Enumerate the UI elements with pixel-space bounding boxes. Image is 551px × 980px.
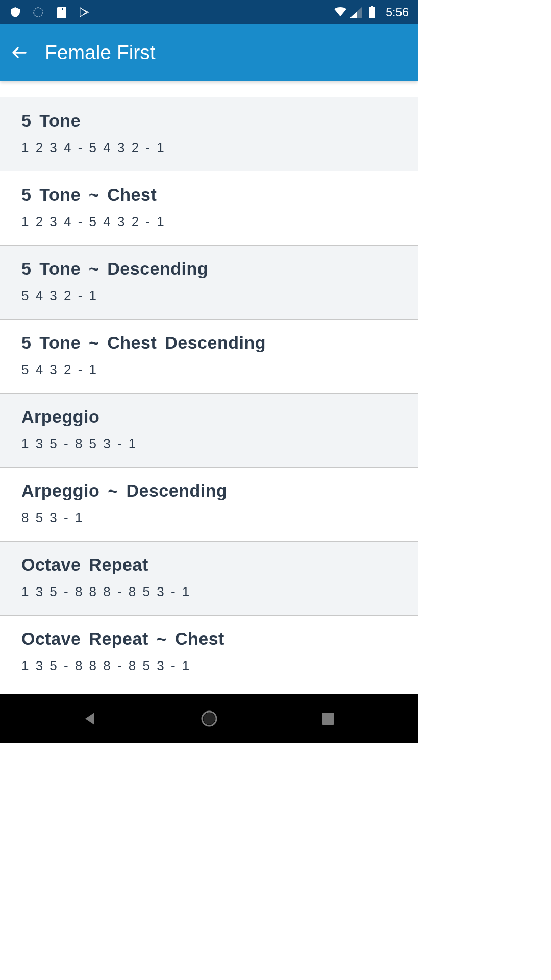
sync-icon bbox=[32, 6, 44, 18]
item-title: Octave Repeat bbox=[21, 555, 396, 575]
item-subtitle: 5 4 3 2 - 1 bbox=[21, 362, 396, 378]
signal-icon bbox=[350, 6, 362, 18]
item-title: Arpeggio ~ Descending bbox=[21, 481, 396, 501]
item-title: 5 Tone ~ Descending bbox=[21, 259, 396, 279]
svg-rect-2 bbox=[369, 7, 375, 18]
item-title: Octave Repeat ~ Chest bbox=[21, 629, 396, 649]
item-title: Arpeggio bbox=[21, 407, 396, 427]
exercise-list[interactable]: 5 Tone 1 2 3 4 - 5 4 3 2 - 1 5 Tone ~ Ch… bbox=[0, 81, 418, 694]
item-subtitle: 1 3 5 - 8 8 8 - 8 5 3 - 1 bbox=[21, 584, 396, 600]
app-bar: Female First bbox=[0, 24, 418, 81]
play-store-icon bbox=[78, 6, 90, 18]
nav-recent-button[interactable] bbox=[317, 707, 339, 730]
back-arrow-icon bbox=[10, 43, 29, 62]
battery-icon bbox=[366, 6, 378, 18]
item-subtitle: 5 4 3 2 - 1 bbox=[21, 288, 396, 304]
shield-icon bbox=[9, 6, 21, 18]
list-item[interactable]: Arpeggio ~ Descending 8 5 3 - 1 bbox=[0, 467, 418, 541]
item-title: 5 Tone ~ Chest Descending bbox=[21, 333, 396, 353]
page-title: Female First bbox=[45, 41, 156, 64]
item-title: 5 Tone ~ Chest bbox=[21, 185, 396, 205]
list-item[interactable]: Arpeggio 1 3 5 - 8 5 3 - 1 bbox=[0, 393, 418, 467]
back-button[interactable] bbox=[9, 42, 30, 63]
item-subtitle: 1 3 5 - 8 5 3 - 1 bbox=[21, 436, 396, 452]
list-item[interactable]: 5 Tone ~ Descending 5 4 3 2 - 1 bbox=[0, 245, 418, 319]
triangle-back-icon bbox=[82, 710, 98, 727]
item-subtitle: 1 2 3 4 - 5 4 3 2 - 1 bbox=[21, 214, 396, 230]
list-item[interactable]: Octave Repeat 1 3 5 - 8 8 8 - 8 5 3 - 1 bbox=[0, 541, 418, 615]
status-right-icons: 5:56 bbox=[334, 6, 409, 19]
svg-point-0 bbox=[34, 8, 43, 17]
list-item[interactable]: Octave Repeat ~ Chest 1 3 5 - 8 8 8 - 8 … bbox=[0, 615, 418, 689]
nav-back-button[interactable] bbox=[79, 707, 102, 730]
item-subtitle: 1 3 5 - 8 8 8 - 8 5 3 - 1 bbox=[21, 658, 396, 674]
sd-card-icon bbox=[55, 6, 67, 18]
status-left-icons bbox=[9, 6, 90, 18]
list-item[interactable]: 5 Tone ~ Chest Descending 5 4 3 2 - 1 bbox=[0, 319, 418, 393]
list-item[interactable]: 5 Tone 1 2 3 4 - 5 4 3 2 - 1 bbox=[0, 97, 418, 171]
status-time: 5:56 bbox=[386, 6, 409, 19]
navigation-bar bbox=[0, 694, 418, 743]
item-title: 5 Tone bbox=[21, 111, 396, 131]
square-recent-icon bbox=[321, 712, 335, 726]
item-subtitle: 8 5 3 - 1 bbox=[21, 510, 396, 526]
svg-rect-5 bbox=[322, 713, 334, 725]
wifi-icon bbox=[334, 6, 346, 18]
nav-home-button[interactable] bbox=[198, 707, 220, 730]
status-bar: 5:56 bbox=[0, 0, 418, 24]
item-subtitle: 1 2 3 4 - 5 4 3 2 - 1 bbox=[21, 140, 396, 156]
list-item[interactable]: 5 Tone ~ Chest 1 2 3 4 - 5 4 3 2 - 1 bbox=[0, 171, 418, 245]
svg-point-4 bbox=[204, 714, 214, 724]
circle-home-icon bbox=[200, 709, 218, 728]
svg-rect-1 bbox=[371, 6, 373, 7]
